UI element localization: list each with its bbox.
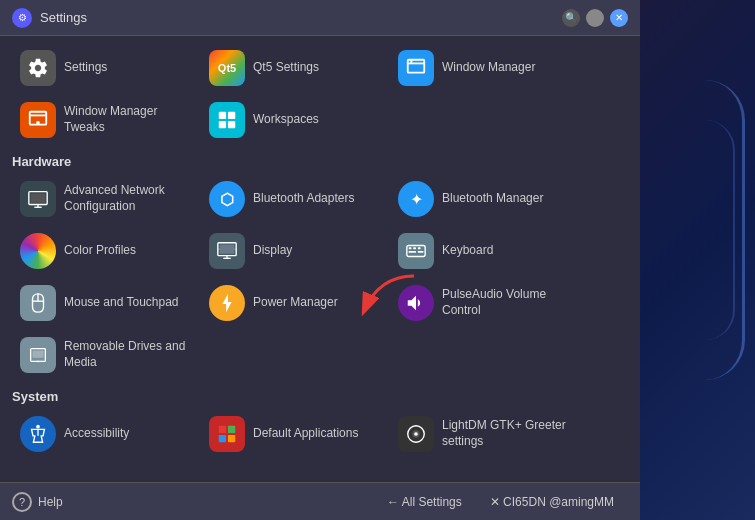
settings-item-accessibility[interactable]: Accessibility [12, 410, 197, 458]
pulseaudio-label: PulseAudio Volume Control [442, 287, 567, 318]
svg-rect-19 [409, 247, 412, 249]
settings-item-color-profiles[interactable]: Color Profiles [12, 227, 197, 275]
footer: ? Help ← All Settings ✕ CI65DN @amingMM [0, 482, 640, 520]
qt5-label: Qt5 Settings [253, 60, 319, 76]
svg-rect-21 [418, 247, 421, 249]
svg-rect-28 [33, 350, 44, 357]
svg-rect-8 [219, 121, 226, 128]
svg-rect-32 [219, 426, 226, 433]
svg-rect-34 [219, 435, 226, 442]
settings-item-pulseaudio[interactable]: PulseAudio Volume Control [390, 279, 575, 327]
svg-rect-33 [228, 426, 235, 433]
settings-item-display[interactable]: Display [201, 227, 386, 275]
advanced-network-icon [20, 181, 56, 217]
settings-item-lightdm[interactable]: LightDM GTK+ Greeter settings [390, 410, 575, 458]
close-tab[interactable]: ✕ CI65DN @amingMM [476, 489, 628, 515]
svg-point-30 [36, 425, 40, 429]
window-manager-label: Window Manager [442, 60, 535, 76]
help-button[interactable]: ? Help [12, 492, 63, 512]
svg-rect-0 [408, 60, 425, 73]
bluetooth-manager-label: Bluetooth Manager [442, 191, 543, 207]
mouse-icon [20, 285, 56, 321]
settings-item-window-manager[interactable]: Window Manager [390, 44, 575, 92]
settings-item-settings[interactable]: Settings [12, 44, 197, 92]
accessibility-label: Accessibility [64, 426, 129, 442]
bluetooth-adapters-icon: ⬡ [209, 181, 245, 217]
power-manager-label: Power Manager [253, 295, 338, 311]
svg-point-38 [414, 432, 418, 436]
top-items-grid: Settings Qt5 Qt5 Settings Window [12, 44, 628, 144]
window-header: ⚙ Settings 🔍 ✕ [0, 0, 640, 36]
settings-icon [20, 50, 56, 86]
accessibility-icon [20, 416, 56, 452]
svg-rect-35 [228, 435, 235, 442]
lightdm-label: LightDM GTK+ Greeter settings [442, 418, 567, 449]
workspaces-label: Workspaces [253, 112, 319, 128]
settings-item-workspaces[interactable]: Workspaces [201, 96, 386, 144]
wm-tweaks-icon [20, 102, 56, 138]
svg-rect-17 [220, 245, 235, 254]
window-title: Settings [40, 10, 87, 25]
settings-item-wm-tweaks[interactable]: Window Manager Tweaks [12, 96, 197, 144]
pulseaudio-icon [398, 285, 434, 321]
all-settings-label: ← All Settings [387, 495, 462, 509]
default-apps-label: Default Applications [253, 426, 358, 442]
svg-rect-20 [413, 247, 416, 249]
keyboard-icon [398, 233, 434, 269]
system-section-header: System [12, 387, 628, 406]
display-label: Display [253, 243, 292, 259]
removable-drives-label: Removable Drives and Media [64, 339, 189, 370]
app-icon: ⚙ [12, 8, 32, 28]
settings-item-power-manager[interactable]: Power Manager [201, 279, 386, 327]
settings-item-advanced-network[interactable]: Advanced Network Configuration [12, 175, 197, 223]
keyboard-label: Keyboard [442, 243, 493, 259]
all-settings-tab[interactable]: ← All Settings [373, 489, 476, 515]
svg-rect-23 [418, 251, 424, 253]
workspaces-icon [209, 102, 245, 138]
minimize-button[interactable] [586, 9, 604, 27]
svg-point-5 [36, 121, 40, 125]
svg-rect-9 [228, 121, 235, 128]
content-area: Settings Qt5 Qt5 Settings Window [0, 36, 640, 482]
system-items-grid: Accessibility Default Applications [12, 410, 628, 458]
svg-rect-6 [219, 112, 226, 119]
power-manager-icon [209, 285, 245, 321]
removable-drives-icon [20, 337, 56, 373]
svg-point-29 [37, 361, 39, 363]
settings-item-bluetooth-manager[interactable]: ✦ Bluetooth Manager [390, 175, 575, 223]
help-icon: ? [12, 492, 32, 512]
advanced-network-label: Advanced Network Configuration [64, 183, 189, 214]
header-left: ⚙ Settings [12, 8, 87, 28]
close-button[interactable]: ✕ [610, 9, 628, 27]
settings-item-default-apps[interactable]: Default Applications [201, 410, 386, 458]
wm-tweaks-label: Window Manager Tweaks [64, 104, 189, 135]
settings-item-bluetooth-adapters[interactable]: ⬡ Bluetooth Adapters [201, 175, 386, 223]
qt5-icon: Qt5 [209, 50, 245, 86]
svg-rect-7 [228, 112, 235, 119]
lightdm-icon [398, 416, 434, 452]
search-button[interactable]: 🔍 [562, 9, 580, 27]
settings-item-mouse[interactable]: Mouse and Touchpad [12, 279, 197, 327]
window-manager-icon [398, 50, 434, 86]
settings-item-keyboard[interactable]: Keyboard [390, 227, 575, 275]
settings-label: Settings [64, 60, 107, 76]
mouse-label: Mouse and Touchpad [64, 295, 179, 311]
display-icon [209, 233, 245, 269]
hardware-items-grid: Advanced Network Configuration ⬡ Bluetoo… [12, 175, 628, 379]
window-controls: 🔍 ✕ [562, 9, 628, 27]
settings-item-removable-drives[interactable]: Removable Drives and Media [12, 331, 197, 379]
bluetooth-manager-icon: ✦ [398, 181, 434, 217]
decorative-background [635, 0, 755, 520]
settings-item-qt5[interactable]: Qt5 Qt5 Settings [201, 44, 386, 92]
svg-rect-11 [31, 194, 46, 203]
default-apps-icon [209, 416, 245, 452]
close-label: ✕ CI65DN @amingMM [490, 495, 614, 509]
svg-rect-22 [409, 251, 416, 253]
color-profiles-label: Color Profiles [64, 243, 136, 259]
help-label: Help [38, 495, 63, 509]
bluetooth-adapters-label: Bluetooth Adapters [253, 191, 354, 207]
footer-tabs: ← All Settings ✕ CI65DN @amingMM [373, 489, 628, 515]
color-profiles-icon [20, 233, 56, 269]
main-panel: ⚙ Settings 🔍 ✕ Settings [0, 0, 640, 520]
hardware-section-header: Hardware [12, 152, 628, 171]
